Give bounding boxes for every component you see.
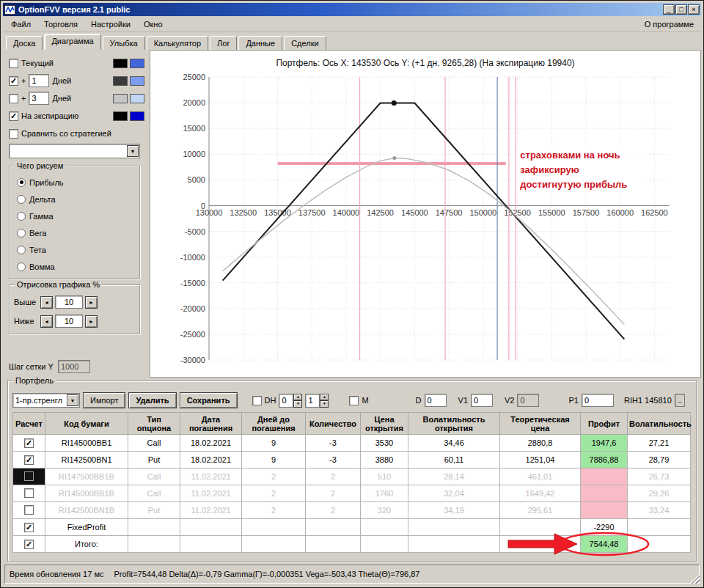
qty-cell[interactable]: -3 [306, 452, 361, 468]
open_price-cell[interactable]: 3530 [361, 435, 408, 452]
row-checkbox[interactable] [24, 471, 34, 481]
preset-select[interactable]: 1-пр.стренгл ▼ [12, 393, 80, 408]
draw-radio-5[interactable] [17, 262, 26, 271]
theo-cell[interactable]: 2880,8 [500, 435, 581, 452]
profit-cell[interactable] [581, 502, 628, 519]
plus3-checkbox[interactable] [9, 94, 18, 103]
code-cell[interactable]: FixedProfit [45, 519, 128, 536]
type-cell[interactable]: Call [128, 468, 180, 485]
open_vol-cell[interactable]: 32,04 [408, 485, 500, 502]
draw-radio-0[interactable] [17, 178, 26, 187]
row-checkbox[interactable] [24, 505, 34, 515]
tab-1[interactable]: Диаграмма [44, 34, 100, 50]
tab-2[interactable]: Улыбка [103, 36, 145, 50]
open_price-cell[interactable] [361, 519, 408, 536]
days-cell[interactable] [242, 519, 306, 536]
open_vol-cell[interactable] [408, 536, 500, 553]
profit-cell[interactable]: -2290 [581, 519, 628, 536]
chevron-down-icon[interactable]: ▼ [67, 394, 78, 406]
above-percent-input[interactable] [55, 295, 83, 309]
profit-cell[interactable]: 1947,6 [581, 435, 628, 452]
profit-cell[interactable]: 7544,48 [581, 536, 628, 553]
tab-6[interactable]: Сделки [284, 36, 326, 50]
date-cell[interactable] [180, 536, 242, 553]
code-cell[interactable]: RI145000BB1 [45, 435, 128, 452]
open_vol-cell[interactable]: 34,46 [408, 435, 500, 452]
theo-cell[interactable]: 1251,04 [500, 452, 581, 468]
current-color1-swatch[interactable] [113, 59, 128, 68]
theo-cell[interactable]: 461,01 [500, 468, 581, 485]
calc-cell[interactable] [13, 502, 45, 519]
plus1-days-input[interactable] [29, 74, 49, 87]
p1-field-input[interactable] [582, 394, 614, 407]
chevron-down-icon[interactable]: ▼ [127, 145, 139, 157]
draw-radio-3[interactable] [17, 229, 26, 238]
vol-cell[interactable] [628, 519, 691, 536]
maximize-button[interactable]: □ [675, 4, 687, 15]
row-checkbox[interactable] [24, 540, 34, 549]
code-cell[interactable]: RI142500BN1 [45, 452, 128, 468]
open_vol-cell[interactable]: 60,11 [408, 452, 500, 468]
below-percent-input[interactable] [55, 315, 83, 328]
open_vol-cell[interactable]: 28,14 [408, 468, 500, 485]
theo-cell[interactable] [500, 519, 581, 536]
calc-cell[interactable] [13, 519, 45, 536]
date-cell[interactable]: 18.02.2021 [180, 452, 242, 468]
date-cell[interactable]: 11.02.2021 [180, 502, 242, 519]
grid-step-input[interactable] [58, 360, 90, 373]
delete-button[interactable]: Удалить [128, 392, 176, 408]
calc-cell[interactable] [13, 485, 45, 502]
plus3-color2-swatch[interactable] [130, 94, 144, 103]
tab-0[interactable]: Доска [6, 36, 43, 50]
theo-cell[interactable]: 1649,42 [500, 485, 581, 502]
menu-item-3[interactable]: Окно [137, 18, 169, 31]
qty-cell[interactable] [306, 519, 361, 536]
tab-4[interactable]: Лог [210, 36, 237, 50]
type-cell[interactable] [128, 519, 180, 536]
minimize-button[interactable]: _ [663, 4, 675, 15]
spin-up-icon[interactable]: ▲ [320, 394, 329, 401]
open_price-cell[interactable]: 3880 [361, 452, 408, 468]
spin-down-icon[interactable]: ▼ [293, 400, 302, 408]
strategy-select[interactable]: ▼ [9, 144, 140, 158]
above-increase-button[interactable]: ► [85, 296, 98, 309]
qty-cell[interactable]: 2 [306, 468, 361, 485]
profit-cell[interactable] [581, 468, 628, 485]
code-cell[interactable]: RI145000BB1B [45, 485, 128, 502]
plus1-color2-swatch[interactable] [130, 76, 144, 86]
below-decrease-button[interactable]: ◄ [40, 315, 53, 328]
open_price-cell[interactable]: 510 [361, 468, 408, 485]
tab-5[interactable]: Данные [238, 36, 282, 50]
theo-cell[interactable] [500, 536, 581, 553]
days-cell[interactable]: 2 [242, 468, 306, 485]
menu-item-1[interactable]: Торговля [37, 18, 84, 31]
tab-3[interactable]: Калькулятор [147, 36, 208, 50]
menu-item-0[interactable]: Файл [4, 18, 37, 31]
current-color2-swatch[interactable] [130, 59, 144, 68]
dh-spinner-1-input[interactable] [279, 394, 293, 408]
v2-field-input[interactable] [517, 394, 539, 407]
qty-cell[interactable]: 2 [306, 485, 361, 502]
calc-cell[interactable] [13, 435, 45, 452]
expiry-checkbox[interactable] [9, 111, 18, 121]
menu-item-about[interactable]: О программе [639, 18, 700, 31]
row-checkbox[interactable] [24, 523, 34, 532]
menu-item-2[interactable]: Настройки [84, 18, 137, 31]
m-checkbox[interactable] [349, 396, 359, 405]
qty-cell[interactable]: -3 [306, 435, 361, 452]
row-checkbox[interactable] [24, 438, 34, 448]
vol-cell[interactable]: 26,73 [628, 468, 691, 485]
v1-field-input[interactable] [471, 394, 493, 407]
qty-cell[interactable] [306, 536, 361, 553]
code-cell[interactable]: RI142500BN1B [45, 502, 128, 519]
days-cell[interactable]: 2 [242, 485, 306, 502]
row-checkbox[interactable] [24, 455, 34, 465]
days-cell[interactable]: 2 [242, 502, 306, 519]
import-button[interactable]: Импорт [83, 392, 125, 408]
vol-cell[interactable]: 29,26 [628, 485, 691, 502]
dh-spinner-2-input[interactable] [305, 394, 320, 408]
close-button[interactable]: × [688, 4, 700, 15]
calc-cell[interactable] [13, 452, 45, 468]
date-cell[interactable] [180, 519, 242, 536]
days-cell[interactable]: 9 [242, 452, 306, 468]
